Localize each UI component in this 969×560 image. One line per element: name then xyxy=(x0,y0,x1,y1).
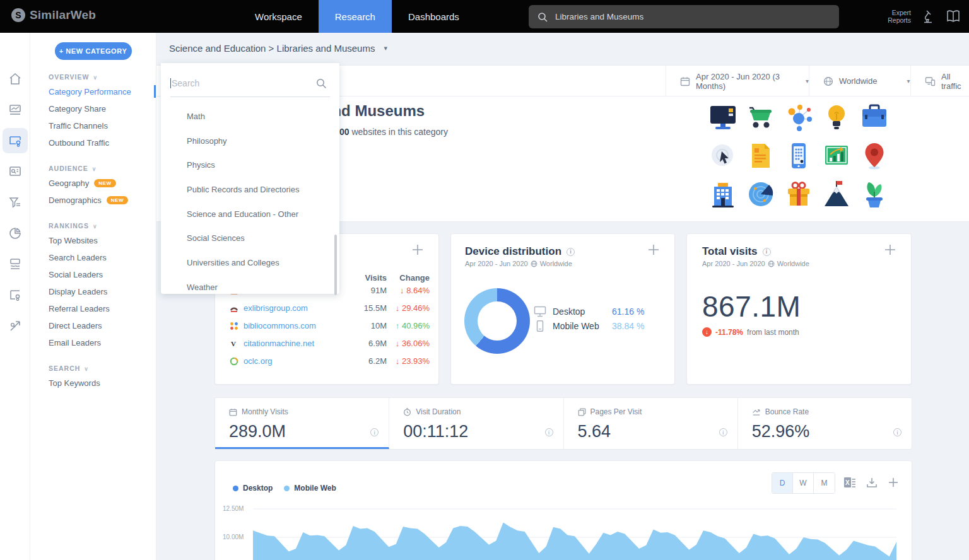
website-change: ↓ 8.64% xyxy=(380,286,430,295)
expert-reports-icon[interactable] xyxy=(922,9,935,23)
add-to-dashboard-icon[interactable] xyxy=(883,243,897,257)
mobile-icon xyxy=(534,320,546,332)
dropdown-search xyxy=(170,69,330,97)
info-icon[interactable]: i xyxy=(370,428,379,436)
change-percent: -11.78% xyxy=(715,328,743,337)
metric-monthly-visits[interactable]: Monthly Visits 289.0M i xyxy=(215,398,389,449)
search-arrow-icon[interactable] xyxy=(8,319,23,333)
expert-reports-label[interactable]: Expert Reports xyxy=(882,9,911,24)
text-cursor xyxy=(170,78,171,88)
bounce-icon xyxy=(752,408,761,416)
info-icon[interactable]: i xyxy=(719,428,727,436)
device-distribution-card: Device distributioni Apr 2020 - Jun 2020… xyxy=(450,233,675,385)
nav-item-dashboards[interactable]: Dashboards xyxy=(392,0,476,33)
info-icon[interactable]: i xyxy=(763,248,771,256)
sidebar-item-search-leaders[interactable]: Search Leaders xyxy=(30,249,156,266)
website-favicon: V xyxy=(230,339,238,348)
add-to-dashboard-icon[interactable] xyxy=(411,243,425,257)
visits-trend-card: Desktop Mobile Web D W M X 12.50M 10.00M xyxy=(214,460,912,560)
page-subtitle: 00 websites in this category xyxy=(339,127,448,137)
info-icon[interactable]: i xyxy=(567,248,575,256)
new-category-button[interactable]: + NEW CATEGORY xyxy=(55,42,132,60)
audience-pie-icon[interactable] xyxy=(8,226,23,240)
website-visits: 10M xyxy=(322,321,387,330)
dropdown-item-universities[interactable]: Universities and Colleges xyxy=(161,250,339,275)
region-value: Worldwide xyxy=(839,76,877,86)
global-search-input[interactable]: Libraries and Museums xyxy=(529,5,839,28)
section-heading-rankings[interactable]: RANKINGS∨ xyxy=(30,219,156,232)
categories-icon[interactable] xyxy=(3,128,28,153)
similarweb-logo[interactable]: S SimilarWeb xyxy=(11,8,96,22)
rankings-icon[interactable] xyxy=(8,257,23,271)
sidebar-item-category-performance[interactable]: Category Performance xyxy=(30,83,156,100)
dropdown-item-science-other[interactable]: Science and Education - Other xyxy=(161,202,339,226)
sidebar-item-direct-leaders[interactable]: Direct Leaders xyxy=(30,317,156,334)
building-icon xyxy=(708,179,738,209)
section-heading-audience[interactable]: AUDIENCE∨ xyxy=(30,162,156,175)
dropdown-item-weather[interactable]: Weather xyxy=(161,275,339,300)
overview-icon[interactable] xyxy=(8,103,23,117)
nav-item-research[interactable]: Research xyxy=(319,0,392,33)
website-row: V citationmachine.net 6.9M ↓ 36.06% xyxy=(215,335,438,353)
sidebar-item-demographics[interactable]: DemographicsNEW xyxy=(30,192,156,209)
sidebar-item-category-share[interactable]: Category Share xyxy=(30,100,156,117)
traffic-picker[interactable]: All traffic xyxy=(910,66,969,96)
sidebar-item-display-leaders[interactable]: Display Leaders xyxy=(30,283,156,300)
section-heading-search[interactable]: SEARCH∨ xyxy=(30,362,156,375)
sidebar-item-social-leaders[interactable]: Social Leaders xyxy=(30,266,156,283)
dropdown-item-math[interactable]: Math xyxy=(161,104,339,129)
shopping-cart-icon xyxy=(746,102,776,132)
breadcrumb[interactable]: Science and Education > Libraries and Mu… xyxy=(169,43,387,54)
sidebar-item-referral-leaders[interactable]: Referral Leaders xyxy=(30,300,156,317)
chevron-down-icon: ∨ xyxy=(92,166,97,172)
change-column-header: Change xyxy=(380,273,430,283)
sidebar-item-outbound-traffic[interactable]: Outbound Traffic xyxy=(30,134,156,151)
monitor-icon xyxy=(708,102,738,132)
metric-value: 52.96% xyxy=(752,422,899,441)
metric-visit-duration[interactable]: Visit Duration 00:11:12 i xyxy=(389,398,563,449)
metric-value: 289.0M xyxy=(229,422,376,441)
region-picker[interactable]: Worldwide ▾ xyxy=(809,66,910,96)
website-link[interactable]: bibliocommons.com xyxy=(244,321,316,330)
sidebar-item-traffic-channels[interactable]: Traffic Channels xyxy=(30,117,156,134)
total-visits-subtitle: Apr 2020 - Jun 2020 Worldwide xyxy=(702,260,809,267)
website-row: oclc.org 6.2M ↓ 23.93% xyxy=(215,353,438,370)
category-dropdown: Math Philosophy Physics Public Records a… xyxy=(161,63,339,294)
keyword-analysis-icon[interactable] xyxy=(8,165,23,178)
dropdown-scrollbar[interactable] xyxy=(334,235,337,295)
dropdown-item-physics[interactable]: Physics xyxy=(161,153,339,177)
mobile-share-value: 38.84 % xyxy=(612,321,644,331)
gift-icon xyxy=(784,179,814,209)
dropdown-item-philosophy[interactable]: Philosophy xyxy=(161,129,339,153)
sidebar: + NEW CATEGORY OVERVIEW∨ Category Perfor… xyxy=(30,33,156,560)
nav-item-workspace[interactable]: Workspace xyxy=(238,0,319,33)
website-link[interactable]: oclc.org xyxy=(244,356,273,366)
funnel-icon[interactable] xyxy=(8,195,23,209)
mobile-legend-row: Mobile Web 38.84 % xyxy=(534,320,644,332)
add-to-dashboard-icon[interactable] xyxy=(647,243,661,257)
sidebar-item-top-keywords[interactable]: Top Keywords xyxy=(30,375,156,392)
sidebar-item-geography[interactable]: GeographyNEW xyxy=(30,175,156,192)
section-heading-overview[interactable]: OVERVIEW∨ xyxy=(30,71,156,83)
home-icon[interactable] xyxy=(8,72,23,86)
leaders-icon[interactable] xyxy=(8,288,23,302)
info-icon[interactable]: i xyxy=(545,428,553,436)
sidebar-item-email-leaders[interactable]: Email Leaders xyxy=(30,334,156,351)
dropdown-item-social-sciences[interactable]: Social Sciences xyxy=(161,226,339,250)
chevron-down-icon: ▾ xyxy=(907,78,910,85)
website-link[interactable]: citationmachine.net xyxy=(244,339,314,348)
date-range-picker[interactable]: Apr 2020 - Jun 2020 (3 Months) ▾ xyxy=(666,66,809,96)
sidebar-item-top-websites[interactable]: Top Websites xyxy=(30,232,156,249)
device-distribution-title: Device distributioni xyxy=(465,245,575,258)
sidebar-section-search: SEARCH∨ Top Keywords xyxy=(30,362,156,392)
total-visits-title: Total visitsi xyxy=(702,245,809,258)
metric-value: 00:11:12 xyxy=(403,422,550,441)
plant-icon xyxy=(859,179,890,209)
info-icon[interactable]: i xyxy=(893,428,901,436)
dropdown-search-input[interactable] xyxy=(172,78,288,88)
metric-pages-per-visit[interactable]: Pages Per Visit 5.64 i xyxy=(564,398,738,449)
help-book-icon[interactable] xyxy=(946,10,960,23)
website-link[interactable]: exlibrisgroup.com xyxy=(244,303,308,313)
dropdown-item-public-records[interactable]: Public Records and Directories xyxy=(161,177,339,202)
metric-bounce-rate[interactable]: Bounce Rate 52.96% i xyxy=(738,398,912,449)
